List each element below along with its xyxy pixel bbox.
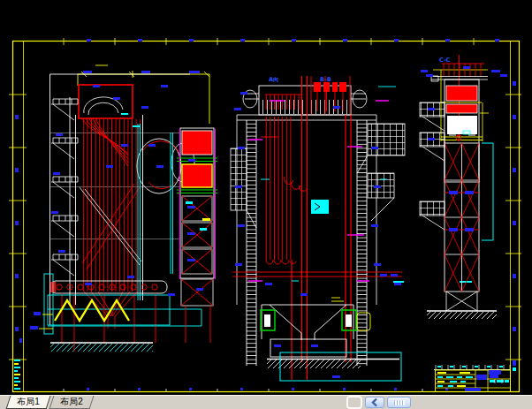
hopper <box>261 298 370 357</box>
view-label-a: A向 <box>269 76 279 83</box>
scroll-ghost-button <box>346 396 362 409</box>
service-platforms <box>51 99 78 276</box>
backpass-section <box>441 70 489 182</box>
ground-hatch-left <box>50 343 153 352</box>
ground-hatch-right <box>427 311 497 319</box>
scroll-left-icon <box>370 398 379 407</box>
view-label-c: C-C <box>439 57 451 64</box>
tab-layout1[interactable]: 布局1 <box>6 396 50 409</box>
truss-section <box>445 143 493 311</box>
drawing-canvas[interactable]: A向 B-B <box>0 0 532 395</box>
left-view <box>30 65 217 352</box>
scrollbar-thumb[interactable] <box>387 397 411 408</box>
scrollbar-grip <box>394 400 405 405</box>
front-view: A向 B-B <box>231 76 472 381</box>
layout-tab-bar: 布局1 布局2 <box>0 395 532 409</box>
backpass <box>177 128 217 343</box>
title-block <box>434 365 511 392</box>
tab-layout2-label: 布局2 <box>60 396 83 408</box>
furnace-tube-walls <box>80 119 141 329</box>
layout-tabs: 布局1 布局2 <box>0 396 94 409</box>
scroll-left-button[interactable] <box>365 397 384 408</box>
side-view: C-C <box>420 55 507 319</box>
tab-layout2[interactable]: 布局2 <box>49 396 93 409</box>
cad-window: A向 B-B <box>0 0 532 409</box>
tab-layout1-label: 布局1 <box>17 396 40 408</box>
tab-scroll-controls <box>346 397 411 408</box>
